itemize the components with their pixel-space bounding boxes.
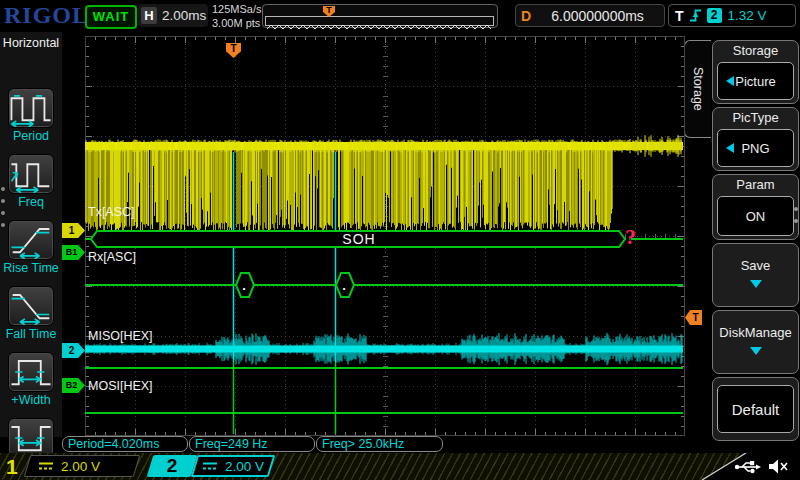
oscilloscope-screen: RIGOL WAIT H 2.00ms 125MSa/s 3.00M pts T… [0, 0, 800, 480]
measure-item-rise-time[interactable]: Rise Time [0, 220, 62, 275]
measure-label: Period [0, 129, 62, 143]
channel-status-bar: 1 2.00 V 2 2.00 V [0, 453, 800, 480]
trigger-label: T [675, 8, 684, 24]
measurement-result: Freq=249 Hz [189, 436, 315, 452]
measure-item-freq[interactable]: Freq [0, 154, 62, 209]
period-icon [9, 89, 53, 127]
pictype-section: PicType PNG [712, 107, 799, 171]
decode-error-mark: ? [625, 227, 636, 248]
channel1-scale: 2.00 V [61, 459, 100, 474]
delay-value: 6.00000000ms [531, 8, 664, 24]
measure-item-period[interactable]: Period [0, 88, 62, 143]
default-button[interactable]: Default [717, 385, 794, 433]
measure-label: Rise Time [0, 261, 62, 275]
mosi-bus-label: MOSI[HEX] [88, 379, 153, 393]
menu-page-dot [1, 199, 5, 203]
tx-bus-label: Tx[ASC] [88, 205, 135, 219]
plus-width-icon [9, 353, 53, 391]
diskmanage-button-label: DiskManage [713, 325, 798, 340]
channel1-status-box[interactable]: 2.00 V [24, 455, 141, 477]
h-label: H [141, 7, 157, 24]
miso-bus-label: MISO[HEX] [88, 329, 153, 343]
storage-menu-tab[interactable]: Storage [684, 40, 711, 138]
diskmanage-section[interactable]: DiskManage [712, 310, 799, 374]
trigger-level-value: 1.32 V [728, 8, 767, 23]
param-section: Param ON [712, 174, 799, 240]
section-header: Storage [713, 41, 798, 60]
dc-coupling-icon [38, 461, 54, 471]
rise-time-icon [9, 221, 53, 259]
channel1-number: 1 [6, 454, 18, 479]
channel2-position-marker[interactable]: 2 [62, 343, 85, 358]
bus2-position-marker[interactable]: B2 [62, 378, 85, 393]
bus1-position-marker[interactable]: B1 [62, 245, 85, 260]
measure-label: +Width [0, 393, 62, 407]
storage-section: Storage Picture [712, 40, 799, 104]
trigger-delay-box[interactable]: D 6.00000000ms [515, 4, 665, 27]
channel1-position-marker[interactable]: 1 [62, 223, 85, 238]
storage-menu: Storage Storage Picture PicType PNG Para… [684, 32, 800, 445]
delay-label: D [521, 8, 531, 24]
fall-time-icon [9, 287, 53, 325]
freq-icon [9, 155, 53, 193]
channel2-scale: 2.00 V [225, 459, 264, 474]
measure-item-fall-time[interactable]: Fall Time [0, 286, 62, 341]
dc-coupling-icon [202, 461, 218, 471]
chevron-down-icon [750, 347, 762, 355]
save-section[interactable]: Save [712, 243, 799, 307]
trigger-info-box[interactable]: T 2 1.32 V [668, 4, 796, 27]
section-header: Param [713, 175, 798, 194]
rx-bus-label: Rx[ASC] [88, 250, 136, 264]
measure-label: Freq [0, 195, 62, 209]
trigger-source-badge: 2 [707, 8, 722, 23]
speaker-muted-icon [767, 457, 789, 476]
measure-label: Fall Time [0, 327, 62, 341]
measurement-result: Freq> 25.0kHz [316, 436, 443, 452]
measure-category-title: Horizontal [0, 36, 62, 50]
menu-page-dot [794, 207, 798, 211]
chevron-down-icon [750, 280, 762, 288]
sample-rate: 125MSa/s [212, 2, 262, 16]
memory-waveform-icon [266, 23, 493, 31]
param-button[interactable]: ON [717, 196, 794, 236]
channel2-status-box[interactable]: 2.00 V [191, 455, 276, 477]
acquisition-info: 125MSa/s 3.00M pts [212, 2, 262, 30]
storage-type-button[interactable]: Picture [717, 62, 794, 100]
rx-packet-char: . [340, 279, 348, 293]
measurement-result: Period=4.020ms [62, 436, 188, 452]
menu-page-dot [1, 187, 5, 191]
memory-position-strip[interactable]: T [262, 4, 498, 28]
measure-item-pwidth[interactable]: +Width [0, 352, 62, 407]
menu-page-dot [794, 219, 798, 223]
memory-waveform-preview [265, 16, 494, 26]
menu-page-dot [1, 223, 5, 227]
memory-depth: 3.00M pts [212, 16, 262, 30]
measurement-results-row: Period=4.020ms Freq=249 Hz Freq> 25.0kHz [0, 436, 800, 453]
usb-icon [734, 459, 762, 475]
rising-edge-icon [688, 7, 703, 24]
channel2-number: 2 [150, 455, 194, 477]
horizontal-scale-value: 2.00ms [162, 8, 206, 23]
chevron-left-icon [726, 76, 734, 86]
section-header: PicType [713, 108, 798, 127]
rigol-logo: RIGOL [4, 2, 89, 29]
top-status-bar: RIGOL WAIT H 2.00ms 125MSa/s 3.00M pts T… [0, 0, 800, 32]
chevron-left-icon [726, 143, 734, 153]
run-status-badge: WAIT [85, 5, 137, 29]
measure-sidebar: Horizontal Period Freq Rise Tim [0, 32, 62, 437]
horizontal-scale-box[interactable]: H 2.00ms [138, 4, 208, 27]
rx-packet-char: . [240, 279, 248, 293]
decoded-packet-text: SOH [95, 231, 623, 247]
channel2-number-badge[interactable]: 2 [147, 455, 198, 477]
menu-page-dot [1, 211, 5, 215]
save-button-label: Save [713, 258, 798, 273]
pictype-button[interactable]: PNG [717, 129, 794, 167]
default-section: Default [712, 377, 799, 441]
